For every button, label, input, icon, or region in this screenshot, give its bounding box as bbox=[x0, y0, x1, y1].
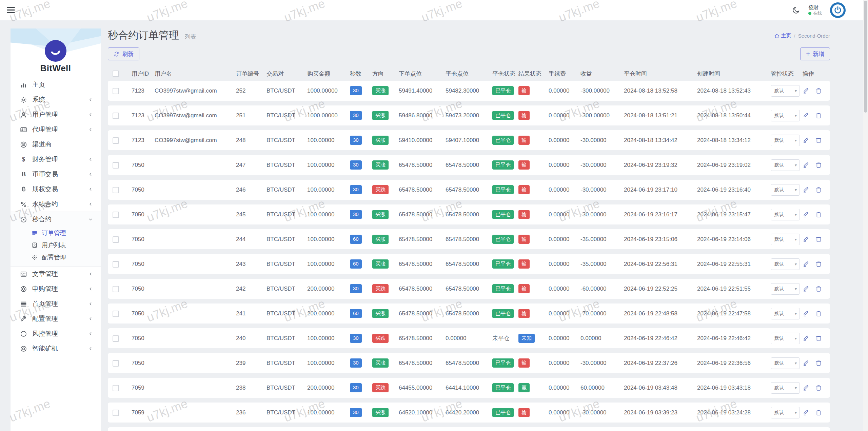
control-status-select[interactable]: 默认▾ bbox=[771, 308, 800, 319]
sidebar-item-options-trading[interactable]: 期权交易 bbox=[11, 182, 101, 197]
edit-icon[interactable] bbox=[803, 310, 810, 317]
cell-close-time: 2024-06-19 23:17:10 bbox=[624, 187, 697, 193]
chip-circle-icon bbox=[20, 345, 27, 352]
refresh-button[interactable]: 刷新 bbox=[108, 47, 139, 60]
control-status-select[interactable]: 默认▾ bbox=[771, 357, 800, 369]
sidebar-subitem-config-management-sub[interactable]: 配置管理 bbox=[11, 251, 101, 263]
control-status-select[interactable]: 默认▾ bbox=[771, 159, 800, 171]
sidebar-item-user-management[interactable]: 用户管理 bbox=[11, 107, 101, 122]
delete-icon[interactable] bbox=[815, 409, 822, 416]
row-checkbox[interactable] bbox=[113, 286, 119, 292]
edit-icon[interactable] bbox=[803, 112, 810, 119]
cell-create-time: 2024-06-19 03:24:28 bbox=[697, 409, 771, 416]
control-status-select[interactable]: 默认▾ bbox=[771, 85, 800, 97]
delete-icon[interactable] bbox=[815, 236, 822, 243]
edit-icon[interactable] bbox=[803, 384, 810, 391]
cell-user-id: 7050 bbox=[132, 187, 155, 193]
sidebar-item-subscription-management[interactable]: 申购管理 bbox=[11, 281, 101, 296]
row-checkbox[interactable] bbox=[113, 137, 119, 144]
scrollbar-track[interactable] bbox=[863, 0, 868, 431]
row-checkbox[interactable] bbox=[113, 236, 119, 243]
delete-icon[interactable] bbox=[815, 161, 822, 169]
edit-icon[interactable] bbox=[803, 161, 810, 169]
breadcrumb: 主页 / Second-Order bbox=[774, 33, 830, 39]
sidebar-item-channel-merchant[interactable]: 渠道商 bbox=[11, 137, 101, 152]
edit-icon[interactable] bbox=[803, 211, 810, 218]
result-badge: 输 bbox=[518, 185, 530, 194]
control-status-select[interactable]: 默认▾ bbox=[771, 382, 800, 394]
row-checkbox[interactable] bbox=[113, 410, 119, 416]
direction-badge: 买涨 bbox=[372, 358, 389, 368]
sidebar-item-system[interactable]: 系统 bbox=[11, 92, 101, 107]
row-checkbox[interactable] bbox=[113, 360, 119, 367]
sidebar-item-perpetual-contract[interactable]: 永续合约 bbox=[11, 197, 101, 212]
row-checkbox[interactable] bbox=[113, 88, 119, 94]
delete-icon[interactable] bbox=[815, 186, 822, 193]
control-status-select[interactable]: 默认▾ bbox=[771, 184, 800, 196]
cell-open-point: 65478.50000 bbox=[399, 211, 446, 218]
delete-icon[interactable] bbox=[815, 359, 822, 367]
edit-icon[interactable] bbox=[803, 409, 810, 416]
sidebar-item-homepage-management[interactable]: 首页管理 bbox=[11, 296, 101, 311]
brand-logo-icon bbox=[45, 40, 66, 62]
sidebar-item-smart-miner[interactable]: 智能矿机 bbox=[11, 341, 101, 356]
delete-icon[interactable] bbox=[815, 211, 822, 218]
user-status-label: 在线 bbox=[813, 11, 822, 16]
delete-icon[interactable] bbox=[815, 112, 822, 119]
edit-icon[interactable] bbox=[803, 87, 810, 94]
edit-icon[interactable] bbox=[803, 260, 810, 268]
sidebar-item-article-management[interactable]: 文章管理 bbox=[11, 267, 101, 281]
row-checkbox[interactable] bbox=[113, 311, 119, 317]
control-status-select[interactable]: 默认▾ bbox=[771, 283, 800, 295]
breadcrumb-home-link[interactable]: 主页 bbox=[774, 33, 791, 39]
row-checkbox[interactable] bbox=[113, 335, 119, 342]
row-checkbox[interactable] bbox=[113, 212, 119, 218]
wrench-icon bbox=[20, 315, 27, 322]
brand-area: BitWell bbox=[11, 28, 101, 76]
edit-icon[interactable] bbox=[803, 236, 810, 243]
delete-icon[interactable] bbox=[815, 384, 822, 391]
add-button[interactable]: + 新增 bbox=[800, 47, 830, 60]
sidebar-subitem-order-management[interactable]: 订单管理 bbox=[11, 227, 101, 239]
cell-user-id: 7050 bbox=[132, 261, 155, 268]
delete-icon[interactable] bbox=[815, 335, 822, 342]
sidebar-item-spot-trading[interactable]: B 币币交易 bbox=[11, 167, 101, 182]
cell-close-time: 2024-06-19 22:48:58 bbox=[624, 310, 697, 317]
delete-icon[interactable] bbox=[815, 310, 822, 317]
sidebar-item-home[interactable]: 主页 bbox=[11, 77, 101, 92]
sidebar-item-agent-management[interactable]: 代理管理 bbox=[11, 122, 101, 137]
row-checkbox[interactable] bbox=[113, 385, 119, 391]
scrollbar-thumb[interactable] bbox=[864, 1, 867, 113]
sidebar-item-finance-management[interactable]: $ 财务管理 bbox=[11, 152, 101, 167]
row-checkbox[interactable] bbox=[113, 162, 119, 169]
control-status-select[interactable]: 默认▾ bbox=[771, 209, 800, 220]
table-row: 7050245BTC/USDT100.0000030买涨65478.500006… bbox=[108, 204, 830, 224]
row-checkbox[interactable] bbox=[113, 113, 119, 119]
sidebar-item-risk-management[interactable]: 风控管理 bbox=[11, 326, 101, 341]
control-status-select[interactable]: 默认▾ bbox=[771, 258, 800, 270]
user-status: 在线 bbox=[808, 11, 822, 16]
select-all-checkbox[interactable] bbox=[113, 71, 119, 77]
control-status-select[interactable]: 默认▾ bbox=[771, 407, 800, 418]
control-status-select[interactable]: 默认▾ bbox=[771, 333, 800, 344]
sidebar-item-second-contract[interactable]: 秒合约 bbox=[11, 212, 101, 227]
menu-toggle-icon[interactable] bbox=[7, 7, 15, 13]
control-status-select[interactable]: 默认▾ bbox=[771, 110, 800, 121]
delete-icon[interactable] bbox=[815, 285, 822, 292]
control-status-select[interactable]: 默认▾ bbox=[771, 234, 800, 245]
edit-icon[interactable] bbox=[803, 359, 810, 367]
dark-mode-toggle-icon[interactable] bbox=[792, 6, 800, 15]
row-checkbox[interactable] bbox=[113, 261, 119, 268]
delete-icon[interactable] bbox=[815, 137, 822, 144]
edit-icon[interactable] bbox=[803, 137, 810, 144]
edit-icon[interactable] bbox=[803, 335, 810, 342]
sidebar-item-config-management[interactable]: 配置管理 bbox=[11, 311, 101, 326]
row-checkbox[interactable] bbox=[113, 187, 119, 193]
sidebar-subitem-user-list[interactable]: 用户列表 bbox=[11, 239, 101, 251]
delete-icon[interactable] bbox=[815, 87, 822, 94]
delete-icon[interactable] bbox=[815, 260, 822, 268]
edit-icon[interactable] bbox=[803, 285, 810, 292]
edit-icon[interactable] bbox=[803, 186, 810, 193]
control-status-select[interactable]: 默认▾ bbox=[771, 135, 800, 146]
user-avatar[interactable] bbox=[830, 2, 846, 18]
